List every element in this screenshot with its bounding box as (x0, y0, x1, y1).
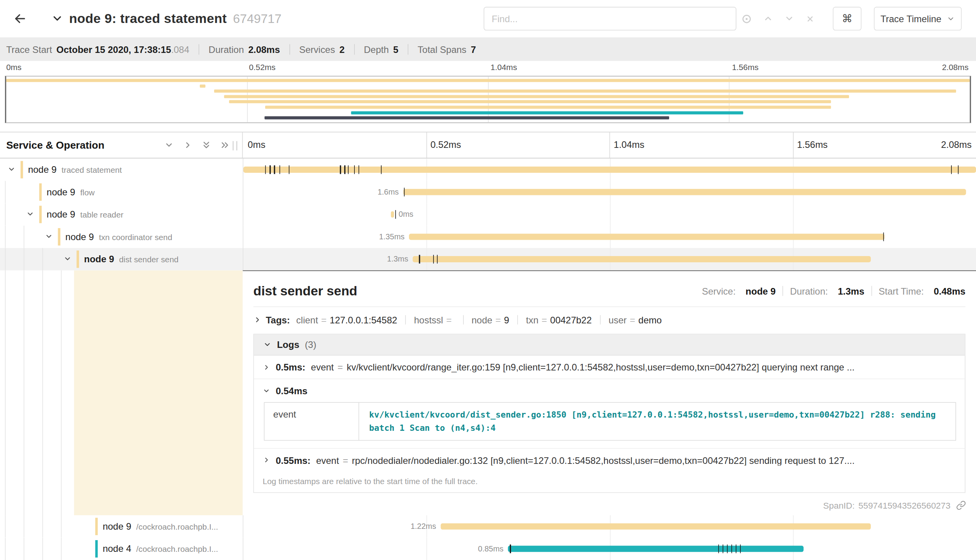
span-bar[interactable] (409, 234, 884, 240)
logs-count: (3) (305, 339, 316, 350)
tree-cell[interactable]: node 9flow (0, 181, 243, 203)
collapse-all-button[interactable] (202, 140, 211, 150)
keyboard-shortcut-button[interactable]: ⌘ (833, 7, 861, 31)
log-entry-toggle[interactable]: 0.54ms (262, 385, 956, 396)
indent-guide (42, 515, 43, 537)
logs-toggle[interactable]: Logs (3) (254, 334, 965, 355)
span-log-tick (358, 165, 359, 174)
tree-chevron[interactable] (26, 210, 34, 218)
tree-cell[interactable]: node 9txn coordinator send (0, 226, 243, 248)
timeline-tick-label: 1.04ms (614, 139, 645, 150)
tree-cell[interactable]: node 9traced statement (0, 158, 243, 181)
timeline-cell: 1.22ms (243, 515, 976, 537)
tags-section: Tags: client=127.0.0.1:54582hostssl=node… (253, 314, 965, 325)
timeline-tick-label: 2.08ms (941, 139, 972, 150)
tag-item: hostssl= (414, 314, 455, 325)
span-log-tick (727, 544, 728, 553)
find-next-button[interactable] (784, 14, 795, 24)
span-duration-label: 1.3ms (387, 255, 408, 263)
span-name: node 9txn coordinator send (65, 226, 241, 248)
tree-chevron[interactable] (45, 232, 53, 241)
span-bar[interactable] (508, 546, 804, 552)
minimap-canvas[interactable] (5, 76, 971, 123)
tree-cell[interactable]: node 9dist sender send (0, 248, 243, 270)
find-clear-button[interactable] (805, 14, 815, 23)
tree-cell[interactable]: node 9table reader (0, 203, 243, 225)
find-prev-button[interactable] (763, 14, 773, 24)
tree-chevron[interactable] (63, 255, 72, 263)
log-fields-table: eventkv/kvclient/kvcoord/dist_sender.go:… (264, 402, 956, 441)
chevron-right-icon (262, 363, 270, 371)
tree-cell[interactable]: node 9/cockroach.roachpb.I... (0, 515, 243, 537)
span-bar[interactable] (440, 523, 870, 530)
view-dropdown-button[interactable]: Trace Timeline (874, 7, 962, 31)
summary-separator (289, 44, 290, 54)
summary-value: 5 (393, 44, 398, 54)
tree-cell[interactable]: node 4/cockroach.roachpb.I... (0, 538, 243, 560)
operation-name: flow (80, 188, 95, 197)
timeline-gridline (793, 132, 793, 158)
log-entry[interactable]: 0.5ms:event=kv/kvclient/kvcoord/range_it… (254, 356, 965, 379)
timeline-gridline (793, 203, 794, 225)
collapse-one-button[interactable] (164, 140, 174, 150)
indent-guide (24, 270, 25, 515)
timeline-gridline (610, 203, 610, 225)
column-resizer[interactable] (233, 141, 237, 151)
indent-guide (24, 226, 25, 248)
log-field-equals: = (343, 455, 348, 465)
expand-one-button[interactable] (183, 140, 192, 150)
summary-separator (408, 44, 409, 54)
span-log-tick (419, 255, 420, 263)
expand-all-button[interactable] (220, 140, 230, 150)
indent-guide (5, 226, 6, 248)
tags-toggle[interactable]: Tags: (253, 314, 290, 325)
span-bar[interactable] (403, 189, 966, 195)
span-bar[interactable] (391, 211, 394, 218)
link-icon (956, 500, 966, 511)
span-id-label: SpanID: (823, 500, 855, 511)
timeline-column-header: Service & Operation 0ms0.52ms1.04ms1.56m… (0, 132, 976, 159)
find-input[interactable] (484, 7, 736, 31)
detail-header: dist sender send Service:node 9Duration:… (253, 283, 965, 298)
span-bar[interactable] (243, 167, 976, 173)
chevron-right-icon (253, 316, 261, 324)
chevron-down-icon (263, 341, 271, 349)
chevron-right-icon (262, 456, 270, 464)
span-duration-label: 1.6ms (377, 188, 398, 196)
summary-label: Duration (209, 44, 244, 54)
log-entry[interactable]: 0.55ms:event=rpc/nodedialer/nodedialer.g… (254, 448, 965, 472)
log-entry-chevron (262, 363, 270, 371)
operation-name: table reader (80, 210, 123, 219)
tags-label: Tags: (266, 314, 290, 325)
tag-value: demo (638, 314, 662, 325)
summary-item: Total Spans7 (418, 44, 476, 54)
logs-footer: Log timestamps are relative to the start… (254, 472, 965, 492)
summary-muted: .084 (171, 44, 189, 54)
detail-meta-value: 1.3ms (838, 286, 864, 296)
tag-key: txn (526, 314, 539, 325)
span-log-tick (883, 232, 884, 241)
service-color-bar (95, 540, 98, 558)
link-icon[interactable] (956, 500, 966, 511)
minimap-span-bar (351, 111, 743, 114)
summary-item: Duration2.08ms (209, 44, 280, 54)
timeline-gridline (426, 203, 427, 225)
back-button[interactable] (7, 6, 32, 31)
span-name: node 9dist sender send (84, 248, 241, 270)
trace-summary-bar: Trace StartOctober 15 2020, 17:38:15.084… (0, 37, 976, 61)
minimap-tick-labels: 0ms0.52ms1.04ms1.56ms2.08ms (5, 63, 971, 74)
timeline-cell: 1.6ms (243, 181, 976, 203)
span-bar[interactable] (412, 256, 870, 262)
tag-equals: = (495, 314, 501, 325)
trace-collapse-chevron[interactable] (51, 12, 63, 25)
indent-guide (24, 515, 25, 537)
service-name: node 9 (103, 521, 131, 531)
chevron-down-icon (164, 140, 174, 150)
tree-chevron[interactable] (7, 165, 16, 174)
span-log-tick (718, 544, 719, 553)
tag-equals: = (542, 314, 547, 325)
log-time: 0.5ms: (276, 362, 305, 372)
minimap-tick-label: 0ms (6, 63, 21, 72)
tree-header: Service & Operation (0, 132, 243, 158)
detail-meta-label: Duration: (790, 286, 828, 296)
